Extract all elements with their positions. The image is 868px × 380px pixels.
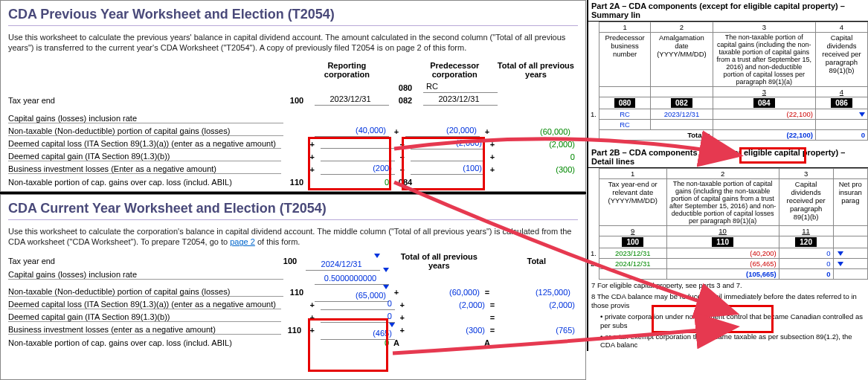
p2a-tot3: (22,100)	[713, 130, 815, 141]
p2a-h1: Predecessor business number	[599, 33, 650, 87]
prev-r2: Deemed capital loss (ITA Section 89(1.3)…	[8, 139, 281, 149]
p2b-h1: Tax year-end or relevant date (YYYY/MM/D…	[599, 179, 666, 226]
p2a-totals-label: Totals:	[599, 130, 713, 141]
prev-r4-v2[interactable]: (100)	[411, 164, 485, 175]
page2-link[interactable]: page 2	[230, 237, 255, 246]
curr-tye-label: Tax year end	[8, 257, 277, 265]
curr-r2-v3: (2,000)	[497, 300, 578, 309]
prev-r5: Non-taxable portion of cap. gains over c…	[8, 178, 283, 187]
dropdown-icon[interactable]	[389, 323, 395, 327]
curr-col2: Total of all previous years	[401, 252, 481, 270]
prev-intro: Use this worksheet to calculate the prev…	[8, 32, 578, 54]
code-120b: 120	[795, 237, 817, 247]
prev-title: CDA Previous Year Worksheet and Election…	[8, 7, 578, 22]
prev-r3-v2[interactable]	[411, 150, 485, 161]
p2a-h4: Capital dividends received per paragraph…	[815, 33, 867, 87]
col-reporting: Reporting corporation	[308, 61, 389, 79]
p2b-h2: The non-taxable portion of capital gains…	[666, 179, 779, 226]
prev-year-section: CDA Previous Year Worksheet and Election…	[0, 0, 586, 192]
col-predecessor: Predecessor corporation	[416, 61, 497, 79]
prev-r1-v3: (60,000)	[492, 127, 573, 136]
prev-r2-v1[interactable]	[321, 138, 395, 149]
p2b-h3: Capital dividends received per paragraph…	[779, 179, 833, 226]
part2b-table: 123 Tax year-end or relevant date (YYYY/…	[588, 168, 868, 280]
prev-r5-v1: 0	[310, 178, 392, 187]
p2b-row2[interactable]: 2. 2024/12/31 (65,465) 0	[588, 259, 868, 269]
curr-r5-A2: A	[483, 338, 492, 347]
code-082: 082	[392, 96, 419, 105]
footnote-8b: or a tax-exempt corporation that became …	[600, 332, 852, 349]
footnote-7: 7 For eligible capital property, see par…	[588, 280, 868, 291]
prev-r4: Business investment losses (Enter as a n…	[8, 164, 281, 174]
prev-r1: Non-taxable (Non-deductible) portion of …	[8, 126, 283, 136]
part2b-title: Part 2B – CDA components (except for eli…	[588, 146, 868, 168]
dropdown-icon[interactable]	[383, 268, 389, 272]
prev-r3: Deemed capital gain (ITA Section 89(1.3)…	[8, 152, 281, 161]
prev-r4-v1[interactable]: (200)	[321, 164, 395, 175]
curr-rate-label: Capital gains (losses) inclusion rate	[8, 270, 283, 280]
dropdown-icon[interactable]	[374, 254, 380, 258]
part2a-table: 1234 Predecessor business number Amalgam…	[588, 22, 868, 141]
p2a-h3: The non-taxable portion of capital gains…	[713, 33, 815, 87]
curr-r1-v3: (125,000)	[492, 288, 573, 297]
curr-r4-code: 110	[281, 326, 308, 335]
curr-r1-v2: (60,000)	[401, 288, 483, 297]
dropdown-icon[interactable]	[383, 285, 389, 289]
prev-r3-v3: 0	[497, 152, 578, 161]
tye-label: Tax year end	[8, 96, 283, 105]
curr-r2-v1[interactable]: 0	[321, 299, 395, 310]
curr-r4-v3: (765)	[497, 326, 578, 335]
curr-col3: Total	[498, 257, 578, 265]
curr-r5-v1: 0	[310, 338, 392, 347]
rate-label: Capital gains (losses) inclusion rate	[8, 114, 283, 123]
prev-r5-code2: 084	[392, 178, 419, 187]
tye-code-100: 100	[283, 96, 310, 105]
pred-080-input[interactable]: RC	[423, 82, 498, 93]
p2b-row1[interactable]: 1. 2023/12/31 (40,200) 0	[588, 248, 868, 259]
prev-r2-v3: (2,000)	[497, 140, 578, 149]
part2a-title: Part 2A – CDA components (except for eli…	[588, 0, 868, 22]
col-total-prev: Total of all previous years	[497, 61, 578, 79]
p2a-tot4: 0	[815, 130, 867, 141]
tye-pred[interactable]: 2023/12/31	[423, 94, 498, 106]
prev-r5-code: 110	[283, 178, 310, 187]
curr-title: CDA Current Year Worksheet and Election …	[8, 201, 578, 216]
curr-r2: Deemed capital loss (ITA Section 89(1.3)…	[8, 300, 281, 309]
curr-r2-v2: (2,000)	[407, 300, 488, 309]
curr-r1: Non-taxable (Non-deductible) portion of …	[8, 287, 283, 297]
footnote-8a: private corporation under non-resident c…	[600, 312, 863, 329]
code-100b: 100	[622, 237, 643, 247]
p2a-h2: Amalgamation date (YYYY/MM/DD)	[651, 33, 713, 87]
prev-r1-v2[interactable]: (20,000)	[405, 126, 480, 137]
p2a-row2[interactable]: RC	[588, 120, 868, 130]
prev-r1-v1[interactable]: (40,000)	[315, 126, 389, 137]
curr-r3: Deemed capital gain (ITA Section 89(1.3)…	[8, 312, 281, 322]
prev-r2-v2[interactable]: (2,000)	[411, 138, 485, 149]
p2a-row1[interactable]: 1. RC 2023/12/31 (22,100)	[588, 109, 868, 120]
prev-r4-v3: (300)	[497, 165, 578, 174]
curr-year-section: CDA Current Year Worksheet and Election …	[0, 194, 586, 380]
p2b-tot3: 0	[779, 269, 833, 280]
code-080: 080	[392, 83, 419, 92]
code-110b: 110	[712, 237, 733, 247]
curr-r4: Business investment losses (enter as a n…	[8, 325, 281, 335]
code-086: 086	[831, 98, 852, 108]
tye-reporting[interactable]: 2023/12/31	[315, 94, 389, 106]
curr-tye-code: 100	[277, 257, 303, 265]
curr-r4-v2: (300)	[407, 326, 488, 335]
prev-r3-v1[interactable]	[321, 150, 395, 161]
code-084: 084	[753, 98, 775, 108]
curr-intro: Use this worksheet to calculate the corp…	[8, 226, 578, 248]
curr-r1-code: 110	[283, 288, 310, 297]
p2b-tot2: (105,665)	[666, 269, 779, 280]
p2b-h4: Net pro insuran parag	[833, 179, 867, 226]
curr-r5-A: A	[392, 338, 401, 347]
footnote-8: 8 The CDA balance may be reduced to nil …	[588, 291, 868, 311]
code-082: 082	[671, 98, 692, 108]
curr-r5: Non-taxable portion of cap. gains over c…	[8, 338, 283, 347]
code-080: 080	[614, 98, 636, 108]
